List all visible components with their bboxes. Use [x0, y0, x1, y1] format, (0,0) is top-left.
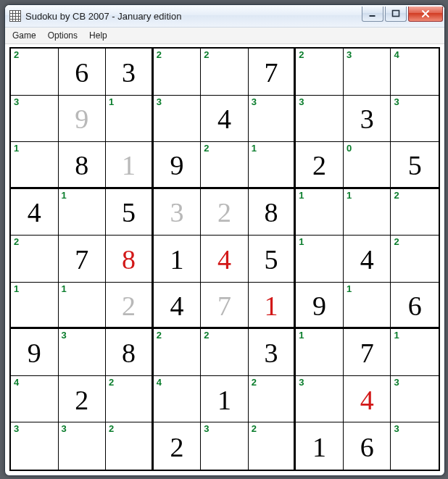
cell-r3-c3[interactable]: 1	[106, 142, 154, 189]
cell-r8-c1[interactable]: 4	[11, 376, 59, 423]
cell-r5-c9[interactable]: 2	[391, 236, 439, 283]
cell-r7-c7[interactable]: 1	[296, 329, 344, 376]
cell-r8-c4[interactable]: 4	[154, 376, 202, 423]
cell-r3-c6[interactable]: 1	[249, 142, 296, 189]
cell-r8-c8[interactable]: 4	[344, 376, 391, 423]
cell-r4-c8[interactable]: 1	[344, 189, 391, 236]
maximize-button[interactable]	[385, 7, 407, 22]
titlebar[interactable]: Sudoku by CB 2007 - January edition	[5, 5, 444, 28]
cell-hint: 3	[252, 97, 257, 107]
close-button[interactable]	[408, 7, 443, 22]
cell-r1-c7[interactable]: 2	[296, 49, 344, 96]
cell-r8-c2[interactable]: 2	[59, 376, 107, 423]
cell-hint: 4	[157, 378, 162, 387]
cell-hint: 3	[394, 97, 399, 107]
cell-r2-c3[interactable]: 1	[106, 96, 154, 143]
cell-hint: 1	[347, 191, 352, 200]
cell-hint: 1	[62, 284, 67, 293]
cell-r9-c6[interactable]: 2	[249, 422, 296, 470]
cell-r4-c5[interactable]: 2	[201, 189, 249, 236]
cell-r1-c2[interactable]: 6	[59, 49, 107, 96]
cell-r3-c2[interactable]: 8	[59, 142, 107, 189]
cell-r5-c6[interactable]: 5	[249, 236, 296, 283]
cell-r9-c7[interactable]: 1	[296, 422, 344, 470]
cell-r4-c6[interactable]: 8	[249, 189, 296, 236]
cell-r7-c9[interactable]: 1	[391, 329, 439, 376]
menu-help[interactable]: Help	[83, 29, 113, 42]
cell-r8-c9[interactable]: 3	[391, 376, 439, 423]
cell-hint: 2	[299, 50, 304, 59]
cell-r9-c8[interactable]: 6	[344, 422, 391, 470]
cell-r9-c4[interactable]: 2	[154, 422, 202, 470]
cell-r5-c8[interactable]: 4	[344, 236, 391, 283]
cell-r2-c2[interactable]: 9	[59, 96, 107, 143]
cell-r3-c7[interactable]: 2	[296, 142, 344, 189]
cell-r3-c4[interactable]: 9	[154, 142, 202, 189]
cell-r6-c2[interactable]: 1	[59, 283, 107, 330]
cell-r8-c3[interactable]: 2	[106, 376, 154, 423]
cell-r4-c3[interactable]: 5	[106, 189, 154, 236]
cell-r5-c3[interactable]: 8	[106, 236, 154, 283]
cell-r6-c9[interactable]: 6	[391, 283, 439, 330]
cell-r1-c9[interactable]: 4	[391, 49, 439, 96]
cell-r6-c6[interactable]: 1	[249, 283, 296, 330]
cell-r9-c2[interactable]: 3	[59, 422, 107, 470]
cell-r1-c5[interactable]: 2	[201, 49, 249, 96]
cell-r2-c8[interactable]: 3	[344, 96, 391, 143]
cell-hint: 1	[14, 143, 19, 153]
cell-value: 4	[28, 199, 41, 226]
cell-r1-c3[interactable]: 3	[106, 49, 154, 96]
cell-r7-c5[interactable]: 2	[201, 329, 249, 376]
cell-r1-c1[interactable]: 2	[11, 49, 59, 96]
cell-r6-c3[interactable]: 2	[106, 283, 154, 330]
cell-r8-c7[interactable]: 3	[296, 376, 344, 423]
cell-value: 6	[75, 59, 88, 86]
cell-value: 8	[122, 339, 136, 367]
cell-r9-c9[interactable]: 3	[391, 422, 439, 470]
cell-r6-c7[interactable]: 9	[296, 283, 344, 330]
cell-r5-c4[interactable]: 1	[154, 236, 202, 283]
cell-r4-c1[interactable]: 4	[11, 189, 59, 236]
cell-r9-c3[interactable]: 2	[106, 422, 154, 470]
menu-game[interactable]: Game	[7, 29, 42, 42]
cell-r7-c2[interactable]: 3	[59, 329, 107, 376]
cell-r7-c8[interactable]: 7	[344, 329, 391, 376]
cell-r7-c4[interactable]: 2	[154, 329, 202, 376]
cell-hint: 3	[394, 424, 399, 433]
cell-hint: 1	[299, 191, 304, 200]
cell-r4-c7[interactable]: 1	[296, 189, 344, 236]
cell-r5-c7[interactable]: 1	[296, 236, 344, 283]
cell-r2-c5[interactable]: 4	[201, 96, 249, 143]
cell-r7-c1[interactable]: 9	[11, 329, 59, 376]
cell-r2-c1[interactable]: 3	[11, 96, 59, 143]
menu-options[interactable]: Options	[42, 29, 83, 42]
cell-r5-c5[interactable]: 4	[201, 236, 249, 283]
cell-r7-c3[interactable]: 8	[106, 329, 154, 376]
cell-r1-c6[interactable]: 7	[249, 49, 296, 96]
cell-r6-c4[interactable]: 4	[154, 283, 202, 330]
cell-r3-c9[interactable]: 5	[391, 142, 439, 189]
cell-r1-c8[interactable]: 3	[344, 49, 391, 96]
cell-r8-c6[interactable]: 2	[249, 376, 296, 423]
cell-r6-c1[interactable]: 1	[11, 283, 59, 330]
cell-r2-c7[interactable]: 3	[296, 96, 344, 143]
cell-r9-c1[interactable]: 3	[11, 422, 59, 470]
cell-r6-c5[interactable]: 7	[201, 283, 249, 330]
cell-r9-c5[interactable]: 3	[201, 422, 249, 470]
cell-r4-c2[interactable]: 1	[59, 189, 107, 236]
cell-r5-c1[interactable]: 2	[11, 236, 59, 283]
cell-r3-c8[interactable]: 0	[344, 142, 391, 189]
cell-r5-c2[interactable]: 7	[59, 236, 107, 283]
cell-r2-c9[interactable]: 3	[391, 96, 439, 143]
cell-r3-c5[interactable]: 2	[201, 142, 249, 189]
cell-r1-c4[interactable]: 2	[154, 49, 202, 96]
cell-r3-c1[interactable]: 1	[11, 142, 59, 189]
cell-r4-c9[interactable]: 2	[391, 189, 439, 236]
minimize-button[interactable]	[362, 7, 383, 22]
cell-r7-c6[interactable]: 3	[249, 329, 296, 376]
cell-r2-c6[interactable]: 3	[249, 96, 296, 143]
cell-r4-c4[interactable]: 3	[154, 189, 202, 236]
cell-r6-c8[interactable]: 1	[344, 283, 391, 330]
cell-r2-c4[interactable]: 3	[154, 96, 202, 143]
cell-r8-c5[interactable]: 1	[201, 376, 249, 423]
